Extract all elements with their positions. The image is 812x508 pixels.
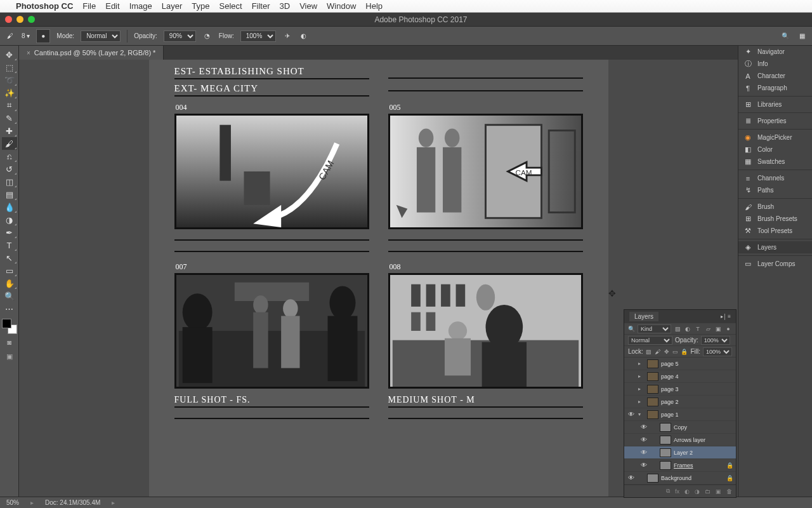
- layer-mask-icon[interactable]: ◐: [684, 488, 690, 495]
- expand-icon[interactable]: ▸: [638, 361, 645, 366]
- layers-panel-header[interactable]: Layers ▸│ ≡: [624, 310, 736, 323]
- blend-mode-select[interactable]: Normal: [628, 336, 672, 345]
- panel-properties[interactable]: ≣Properties: [738, 115, 812, 127]
- history-brush-tool-icon[interactable]: ↺: [2, 163, 17, 175]
- panel-layers[interactable]: ◈Layers: [738, 241, 812, 253]
- layers-panel[interactable]: Layers ▸│ ≡ 🔍 Kind ▧ ◐ T ▱ ▣ ● Normal Op…: [624, 309, 737, 498]
- visibility-icon[interactable]: 👁: [627, 474, 636, 481]
- filter-toggle-icon[interactable]: ●: [724, 325, 732, 333]
- chevron-right-icon[interactable]: ▸: [30, 499, 34, 506]
- layer-row[interactable]: 👁Background🔒: [624, 472, 736, 485]
- menu-file[interactable]: File: [82, 1, 96, 11]
- doc-info[interactable]: Doc: 24.1M/305.4M: [45, 499, 100, 506]
- opacity-select[interactable]: 90%: [164, 30, 196, 42]
- pen-tool-icon[interactable]: ✒: [2, 226, 17, 239]
- layer-name[interactable]: Background: [661, 475, 724, 481]
- layer-row[interactable]: 👁▾page 1: [624, 408, 736, 421]
- maximize-icon[interactable]: [28, 16, 35, 23]
- visibility-icon[interactable]: 👁: [639, 462, 648, 469]
- zoom-level[interactable]: 50%: [6, 499, 19, 506]
- layer-row[interactable]: 👁Arrows layer: [624, 434, 736, 446]
- menu-image[interactable]: Image: [129, 1, 152, 11]
- pressure-size-icon[interactable]: ◐: [299, 31, 309, 41]
- layer-name[interactable]: page 1: [661, 411, 733, 418]
- expand-icon[interactable]: ▸: [638, 373, 645, 379]
- panel-character[interactable]: ACharacter: [738, 70, 812, 82]
- layer-row[interactable]: 👁Copy: [624, 421, 736, 434]
- fill-value-select[interactable]: 100%: [703, 347, 732, 356]
- lock-brush-icon[interactable]: 🖌: [655, 348, 661, 356]
- panel-paths[interactable]: ↯Paths: [738, 184, 812, 196]
- filter-shape-icon[interactable]: ▱: [704, 325, 712, 333]
- lasso-tool-icon[interactable]: ➰: [2, 74, 17, 86]
- app-name[interactable]: Photoshop CC: [16, 1, 73, 11]
- marquee-tool-icon[interactable]: ⬚: [2, 61, 17, 74]
- menu-help[interactable]: Help: [365, 1, 383, 11]
- hand-tool-icon[interactable]: ✋: [2, 277, 17, 290]
- delete-layer-icon[interactable]: 🗑: [726, 488, 732, 495]
- brush-tool-icon[interactable]: 🖌: [2, 137, 17, 150]
- filter-smart-icon[interactable]: ▣: [714, 325, 722, 333]
- dodge-tool-icon[interactable]: ◑: [2, 213, 17, 226]
- gradient-tool-icon[interactable]: ▤: [2, 188, 17, 201]
- panel-swatches[interactable]: ▦Swatches: [738, 156, 812, 168]
- move-tool-icon[interactable]: ✥: [2, 48, 17, 61]
- layer-fx-icon[interactable]: fx: [675, 488, 679, 495]
- link-layers-icon[interactable]: ⧉: [666, 488, 670, 495]
- visibility-icon[interactable]: 👁: [639, 449, 648, 456]
- mac-menubar[interactable]: Photoshop CC File Edit Image Layer Type …: [0, 0, 812, 13]
- layer-row[interactable]: 👁Frames🔒: [624, 459, 736, 472]
- layer-name[interactable]: Layer 2: [674, 450, 733, 456]
- filter-type-icon[interactable]: T: [694, 325, 702, 333]
- lock-move-icon[interactable]: ✥: [664, 348, 670, 356]
- menu-edit[interactable]: Edit: [105, 1, 119, 11]
- lock-all-icon[interactable]: 🔒: [681, 348, 688, 356]
- collapse-icon[interactable]: ▸│ ≡: [721, 314, 731, 319]
- panel-tool-presets[interactable]: ⚒Tool Presets: [738, 225, 812, 237]
- doc-tab[interactable]: × Cantina.psd @ 50% (Layer 2, RGB/8) *: [19, 46, 164, 60]
- chevron-right-icon[interactable]: ▸: [112, 499, 115, 506]
- zoom-tool-icon[interactable]: 🔍: [2, 290, 17, 302]
- visibility-icon[interactable]: 👁: [639, 436, 648, 443]
- quickmask-icon[interactable]: ◙: [2, 337, 17, 348]
- brush-preview[interactable]: ●: [36, 29, 50, 43]
- shape-tool-icon[interactable]: ▭: [2, 264, 17, 277]
- blur-tool-icon[interactable]: 💧: [2, 201, 17, 213]
- search-icon[interactable]: 🔍: [780, 31, 790, 41]
- panel-info[interactable]: ⓘInfo: [738, 58, 812, 70]
- close-tab-icon[interactable]: ×: [27, 50, 30, 57]
- mode-select[interactable]: Normal: [81, 30, 121, 42]
- layer-name[interactable]: page 3: [661, 386, 733, 392]
- heal-tool-icon[interactable]: ✚: [2, 124, 17, 137]
- expand-icon[interactable]: ▸: [638, 386, 645, 392]
- eyedropper-tool-icon[interactable]: ✎: [2, 112, 17, 124]
- visibility-icon[interactable]: 👁: [627, 411, 636, 418]
- brush-tool-icon[interactable]: 🖌: [5, 31, 15, 41]
- canvas[interactable]: EST- ESTABLISHING SHOT EXT- MEGA CITY 00…: [149, 60, 608, 497]
- menu-window[interactable]: Window: [327, 1, 356, 11]
- panel-magicpicker[interactable]: ◉MagicPicker: [738, 131, 812, 144]
- minimize-icon[interactable]: [16, 16, 23, 23]
- panel-brush[interactable]: 🖌Brush: [738, 201, 812, 213]
- panel-libraries[interactable]: ⊞Libraries: [738, 98, 812, 110]
- panel-color[interactable]: ◧Color: [738, 144, 812, 156]
- pressure-opacity-icon[interactable]: ◔: [202, 31, 213, 41]
- brush-size-dropdown[interactable]: 8 ▾: [22, 32, 30, 39]
- lock-artboard-icon[interactable]: ▭: [672, 348, 679, 356]
- expand-icon[interactable]: ▾: [638, 411, 645, 417]
- layer-row[interactable]: 👁Layer 2: [624, 446, 736, 459]
- panel-navigator[interactable]: ✦Navigator: [738, 46, 812, 58]
- flow-select[interactable]: 100%: [240, 30, 276, 42]
- layer-row[interactable]: ▸page 4: [624, 370, 736, 383]
- filter-pixel-icon[interactable]: ▧: [674, 325, 681, 333]
- opacity-value-select[interactable]: 100%: [701, 336, 730, 345]
- layer-name[interactable]: Frames: [674, 462, 724, 469]
- expand-icon[interactable]: ▸: [638, 399, 645, 404]
- layer-name[interactable]: page 4: [661, 373, 733, 380]
- visibility-icon[interactable]: 👁: [639, 424, 648, 431]
- menu-layer[interactable]: Layer: [162, 1, 183, 11]
- new-layer-icon[interactable]: ▣: [716, 488, 721, 495]
- close-icon[interactable]: [5, 16, 12, 23]
- workspace-icon[interactable]: ▦: [797, 31, 807, 41]
- panel-channels[interactable]: ≡Channels: [738, 172, 812, 184]
